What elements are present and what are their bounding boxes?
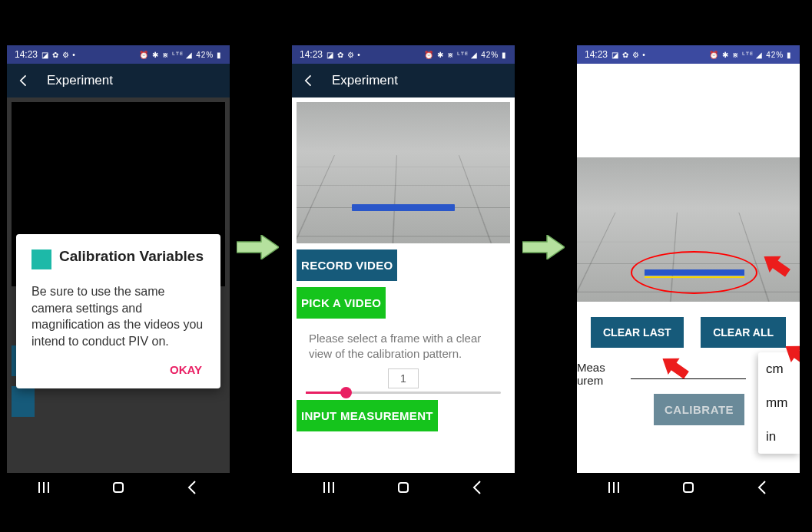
okay-button[interactable]: OKAY: [31, 359, 205, 381]
measurement-input-line[interactable]: [631, 378, 746, 379]
phone-screen-2: 14:23 ◪ ✿ ⚙ • ⏰ ✱ ⋇ ᴸᵀᴱ ◢ 42% ▮ Experime…: [292, 45, 515, 502]
back-icon[interactable]: [16, 73, 31, 88]
calibrate-button[interactable]: CALIBRATE: [654, 394, 744, 425]
selection-ellipse: [631, 251, 757, 294]
nav-bar: [7, 473, 230, 502]
status-icons-left: ◪ ✿ ⚙ •: [326, 51, 361, 59]
status-icons-right: ⏰ ✱ ⋇ ᴸᵀᴱ ◢ 42% ▮: [139, 51, 222, 59]
nav-bar: [292, 473, 515, 502]
tile-floor: [297, 155, 510, 243]
dialog-body: Be sure to use the same camera settings …: [31, 283, 205, 349]
flow-arrow-icon: [522, 235, 565, 259]
unit-option-in[interactable]: in: [758, 420, 800, 454]
clock: 14:23: [585, 49, 608, 60]
phone-screen-1: 14:23 ◪ ✿ ⚙ • ⏰ ✱ ⋇ ᴸᵀᴱ ◢ 42% ▮ Experime…: [7, 45, 230, 502]
content-area: Calibration Variables Be sure to use the…: [7, 97, 230, 473]
recents-icon[interactable]: [320, 478, 338, 497]
clock: 14:23: [300, 49, 323, 60]
flow-arrow-icon: [237, 235, 279, 259]
slider-fill: [306, 392, 344, 394]
svg-rect-7: [684, 483, 693, 492]
calibration-dialog: Calibration Variables Be sure to use the…: [16, 234, 220, 388]
app-title: Experiment: [332, 73, 398, 88]
calibration-ruler: [352, 204, 455, 211]
back-nav-icon[interactable]: [754, 478, 772, 497]
status-icons-left: ◪ ✿ ⚙ •: [611, 51, 646, 59]
back-nav-icon[interactable]: [469, 478, 487, 497]
unit-option-mm[interactable]: mm: [758, 386, 800, 420]
home-icon[interactable]: [394, 478, 413, 497]
status-bar: 14:23 ◪ ✿ ⚙ • ⏰ ✱ ⋇ ᴸᵀᴱ ◢ 42% ▮: [7, 45, 230, 64]
app-title: Experiment: [47, 73, 113, 88]
status-icons-left: ◪ ✿ ⚙ •: [41, 51, 76, 59]
clear-last-button[interactable]: CLEAR LAST: [591, 317, 684, 348]
input-measurement-button[interactable]: INPUT MEASUREMENT: [297, 400, 438, 431]
content-area: CLEAR LAST CLEAR ALL Measurem CALIBRATE …: [577, 64, 800, 473]
pick-video-button[interactable]: PICK A VIDEO: [297, 287, 386, 319]
dialog-title: Calibration Variables: [59, 248, 204, 266]
back-icon[interactable]: [301, 73, 317, 88]
annotation-arrow-icon: [656, 349, 693, 385]
status-bar: 14:23 ◪ ✿ ⚙ • ⏰ ✱ ⋇ ᴸᵀᴱ ◢ 42% ▮: [292, 45, 515, 64]
frame-number-input[interactable]: [388, 368, 419, 388]
obscured-button: [12, 386, 35, 417]
calibration-icon: [31, 249, 51, 269]
status-icons-right: ⏰ ✱ ⋇ ᴸᵀᴱ ◢ 42% ▮: [709, 51, 792, 59]
phone-screen-3: 14:23 ◪ ✿ ⚙ • ⏰ ✱ ⋇ ᴸᵀᴱ ◢ 42% ▮ CLEAR LA…: [577, 45, 800, 502]
status-icons-right: ⏰ ✱ ⋇ ᴸᵀᴱ ◢ 42% ▮: [424, 51, 507, 59]
svg-marker-0: [237, 235, 279, 259]
clock: 14:23: [15, 49, 38, 60]
unit-dropdown: cm mm in: [758, 352, 800, 454]
measurement-label: Measurem: [577, 362, 614, 387]
recents-icon[interactable]: [35, 478, 53, 497]
app-bar: Experiment: [292, 64, 515, 97]
slider-thumb[interactable]: [340, 387, 352, 398]
frame-instruction: Please select a frame with a clear view …: [292, 325, 515, 364]
home-icon[interactable]: [109, 478, 128, 497]
status-bar: 14:23 ◪ ✿ ⚙ • ⏰ ✱ ⋇ ᴸᵀᴱ ◢ 42% ▮: [577, 45, 800, 64]
frame-slider[interactable]: [306, 392, 501, 394]
clear-all-button[interactable]: CLEAR ALL: [701, 317, 786, 348]
record-video-button[interactable]: RECORD VIDEO: [297, 249, 397, 281]
home-icon[interactable]: [679, 478, 698, 497]
back-nav-icon[interactable]: [184, 478, 202, 497]
app-bar: Experiment: [7, 64, 230, 97]
svg-rect-2: [114, 483, 123, 492]
svg-marker-1: [522, 235, 565, 259]
content-area: RECORD VIDEO PICK A VIDEO Please select …: [292, 97, 515, 473]
svg-rect-3: [399, 483, 408, 492]
recents-icon[interactable]: [605, 478, 623, 497]
video-preview[interactable]: [577, 157, 800, 302]
nav-bar: [577, 473, 800, 502]
video-preview: [297, 102, 510, 243]
